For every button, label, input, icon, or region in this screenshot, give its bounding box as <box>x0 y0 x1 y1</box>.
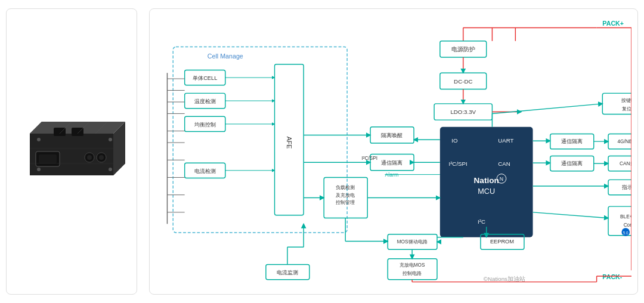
svg-point-11 <box>37 168 41 171</box>
mos-drive-label: MOS驱动电路 <box>397 239 428 245</box>
i2c-bottom-label: I²C <box>478 218 485 225</box>
svg-point-9 <box>37 138 41 141</box>
io-label: IO <box>451 137 458 144</box>
i2c-spi-left-label: I²C/SPI <box>361 156 377 161</box>
comm-isolation-can-label: 通信隔离 <box>561 160 583 166</box>
svg-text:控制管理: 控制管理 <box>336 200 355 205</box>
mcu-brand-label: Nation <box>474 176 499 185</box>
indicator-label: 指示灯 <box>621 184 631 190</box>
isolation-wake-label: 隔离唤醒 <box>381 132 402 138</box>
key-wake-label1: 按键唤醒/ <box>621 98 631 103</box>
key-wake-label2: 复位电路 <box>622 106 631 112</box>
current-detect-label: 电流检测 <box>194 168 216 174</box>
current-monitor-label: 电流监测 <box>277 270 298 276</box>
comm-isolation-left-label: 通信隔离 <box>381 160 402 166</box>
svg-text:N: N <box>500 176 503 182</box>
svg-point-21 <box>87 155 92 160</box>
load-detect-label: 负载检测 <box>336 185 355 190</box>
svg-text:及充放电: 及充放电 <box>336 193 355 198</box>
ble-wifi-label2: Combo <box>624 222 631 228</box>
charge-mos-label1: 充放电MOS <box>400 262 425 268</box>
main-container: PACK+ PACK- 电源防护 DC-DC LDO:3.3V <box>6 6 638 297</box>
battery-panel <box>6 8 137 295</box>
battery-svg <box>18 104 125 199</box>
i2c-spi-mcu-label: I²C/SPI <box>448 160 467 167</box>
mcu-label: MCU <box>478 187 495 196</box>
temp-detect-label: 温度检测 <box>194 98 216 104</box>
uart-label: UART <box>498 137 513 144</box>
eeprom-label: EEPROM <box>490 239 514 245</box>
diagram-svg: PACK+ PACK- 电源防护 DC-DC LDO:3.3V <box>156 15 631 287</box>
svg-point-19 <box>99 155 104 160</box>
dc-dc-label: DC-DC <box>454 78 472 85</box>
can-interface-label: CAN接口预留 <box>620 161 631 166</box>
ldo-label: LDO:3.3V <box>450 109 476 115</box>
diagram-panel: PACK+ PACK- 电源防护 DC-DC LDO:3.3V <box>149 8 638 295</box>
nb-iot-label: 4G/NB IOT模块 <box>617 139 631 144</box>
cell-manage-label: Cell Manage <box>208 52 243 60</box>
svg-line-82 <box>533 212 609 218</box>
svg-point-10 <box>109 138 112 141</box>
power-protection-label: 电源防护 <box>451 46 475 52</box>
svg-line-77 <box>492 104 602 114</box>
afe-label: AFE <box>286 137 293 149</box>
watermark-text: ©Nations加油站 <box>484 276 525 282</box>
svg-rect-6 <box>72 128 83 136</box>
svg-rect-5 <box>54 128 66 136</box>
comm-isolation-uart-label: 通信隔离 <box>561 138 583 144</box>
ble-wifi-label1: BLE+WIFI <box>620 214 631 219</box>
svg-rect-8 <box>39 154 57 163</box>
single-cell-label: 单体CELL <box>193 75 217 81</box>
can-label: CAN <box>498 160 510 167</box>
pack-plus-label: PACK+ <box>602 20 624 27</box>
balance-ctrl-label: 均衡控制 <box>194 122 216 128</box>
pack-minus-label: PACK- <box>602 273 622 280</box>
svg-point-12 <box>109 168 112 171</box>
svg-rect-61 <box>388 259 437 280</box>
charge-mos-label2: 控制电路 <box>402 271 422 276</box>
ble-version: 5.0 <box>623 231 628 235</box>
